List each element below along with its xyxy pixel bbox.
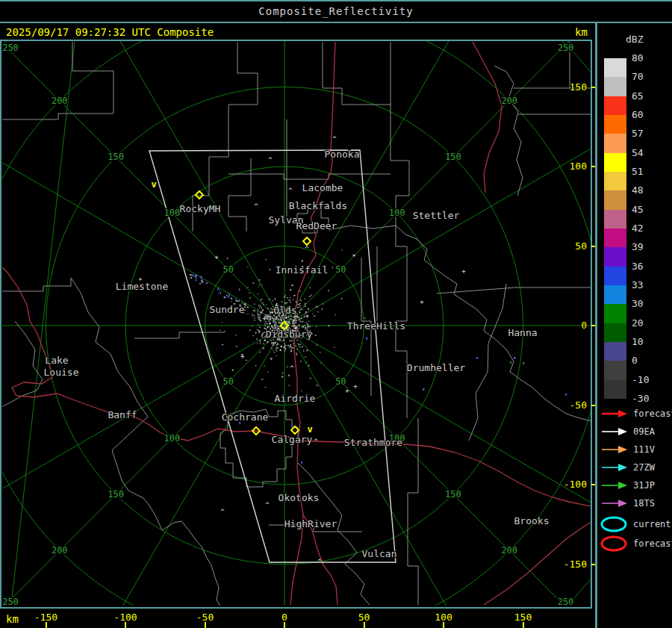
echo-spot — [476, 357, 478, 359]
ring-distance-label: 50 — [335, 376, 346, 387]
ring-distance-label: 250 — [2, 597, 19, 606]
colorbar-value-label: 10 — [632, 337, 644, 347]
timestamp-label: 2025/09/17 09:27:32 UTC Composite — [6, 26, 214, 38]
city-label-reddeer: RedDeer — [296, 220, 337, 231]
colorbar-block — [604, 134, 626, 153]
municipal-boundary — [2, 278, 222, 606]
city-label-airdrie: Airdrie — [275, 393, 316, 404]
city-label-olds: Olds — [273, 305, 296, 316]
bottom-axis-tick — [125, 622, 126, 628]
ring-distance-label: 50 — [223, 264, 233, 275]
ring-distance-label: 150 — [445, 489, 461, 500]
town-marker: ^ — [265, 501, 270, 509]
track-arrowhead — [618, 500, 627, 507]
right-axis-label: -150 — [564, 559, 587, 570]
right-axis-label: -100 — [564, 479, 587, 490]
bottom-axis-label: -100 — [111, 612, 140, 623]
ring-distance-label: 150 — [108, 152, 124, 162]
echo-spot — [301, 461, 302, 464]
bottom-axis-label: 150 — [508, 612, 538, 623]
town-marker: ^ — [290, 364, 294, 372]
municipal-boundary — [469, 284, 506, 441]
right-axis-label: 50 — [575, 240, 587, 252]
town-marker: + — [214, 253, 219, 261]
municipal-boundary — [2, 42, 113, 119]
ring-distance-label: 150 — [445, 152, 461, 162]
municipal-boundary — [228, 174, 391, 179]
ring-distance-label: 100 — [164, 208, 181, 218]
city-label-brooks: Brooks — [514, 515, 550, 526]
legend-label-18TS: 18TS — [633, 498, 655, 509]
colorbar-title: dBZ — [626, 34, 643, 45]
colorbar-value-label: 0 — [632, 355, 638, 366]
colorbar-block — [604, 247, 626, 267]
town-marker: ^ — [268, 156, 273, 164]
town-marker: + — [420, 298, 424, 305]
bottom-axis-label: -50 — [190, 612, 220, 623]
right-axis-label: 150 — [570, 81, 587, 93]
colorbar-value-label: 33 — [632, 280, 644, 290]
horizontal-axis-unit-label: km — [6, 613, 19, 625]
ring-distance-label: 200 — [52, 545, 68, 556]
legend-ellipse-current — [602, 517, 626, 531]
track-arrowhead — [618, 446, 627, 453]
legend-label-current-ellipse: current — [633, 519, 671, 529]
city-label-strathmore: Strathmore — [344, 437, 402, 448]
highway-line — [473, 42, 502, 193]
colorbar-block — [604, 96, 626, 116]
legend-label-forecast: forecast — [633, 408, 672, 419]
municipal-boundary — [228, 158, 251, 231]
colorbar-block — [604, 361, 626, 380]
azimuth-spoke-210 — [75, 326, 284, 606]
colorbar-value-label: 65 — [632, 91, 644, 102]
city-label-rockymh: RockyMH — [180, 203, 221, 214]
town-marker: ^ — [305, 245, 309, 252]
ring-distance-label: 200 — [501, 545, 517, 556]
echo-spot — [423, 388, 424, 391]
radar-viewer-window: Composite_Reflectivity 2025/09/17 09:27:… — [0, 0, 672, 628]
municipal-boundary — [298, 463, 370, 605]
track-arrowhead — [618, 464, 627, 471]
city-label-cochrane: Cochrane — [222, 411, 269, 423]
town-marker: + — [240, 352, 245, 360]
colorbar-value-label: -10 — [632, 375, 649, 385]
azimuth-spoke-120 — [284, 326, 591, 535]
colorbar-value-label: 80 — [632, 53, 644, 63]
legend-label-27ZW: 27ZW — [633, 462, 655, 473]
town-marker: ^ — [314, 438, 318, 445]
town-marker: + — [345, 387, 349, 394]
track-arrowhead — [618, 482, 627, 489]
page-title: Composite_Reflectivity — [0, 1, 672, 22]
ring-distance-label: 100 — [389, 208, 405, 218]
city-label-drumheller: Drumheller — [407, 362, 465, 373]
legend-label-31JP: 31JP — [633, 480, 655, 491]
right-axis-label: -50 — [570, 400, 587, 411]
city-label-calgary: Calgary — [272, 434, 313, 445]
city-label-lake: Lake — [45, 355, 68, 366]
colorbar-value-label: 39 — [632, 242, 644, 252]
bottom-axis-label: 50 — [349, 612, 379, 623]
colorbar-block — [604, 267, 626, 286]
graticule-line — [11, 42, 75, 605]
echo-spot — [523, 362, 524, 364]
legend-label-09EA: 09EA — [633, 426, 655, 437]
bottom-axis-tick — [46, 622, 47, 628]
bottom-axis-tick — [205, 622, 206, 628]
track-arrowhead — [618, 428, 627, 435]
city-label-banff: Banff — [108, 409, 137, 420]
municipal-boundary — [2, 321, 43, 408]
city-label-sundre: Sundre — [210, 304, 245, 315]
map-canvas[interactable]: 5050505010010010010015015015015020020020… — [2, 41, 591, 606]
site-arrow-marker: v — [151, 179, 156, 190]
city-label-stettler: Stettler — [413, 210, 460, 221]
city-label-threehills: ThreeHills — [347, 320, 405, 332]
ring-distance-label: 250 — [558, 43, 574, 53]
ring-distance-label: 250 — [558, 597, 574, 606]
colorbar-block — [604, 228, 626, 248]
town-marker: ^ — [288, 187, 293, 194]
city-label-vulcan: Vulcan — [362, 548, 397, 559]
colorbar-block — [604, 115, 626, 134]
colorbar-value-label: 60 — [632, 110, 644, 120]
colorbar-value-label: 57 — [632, 128, 644, 139]
highway-line — [298, 441, 591, 506]
